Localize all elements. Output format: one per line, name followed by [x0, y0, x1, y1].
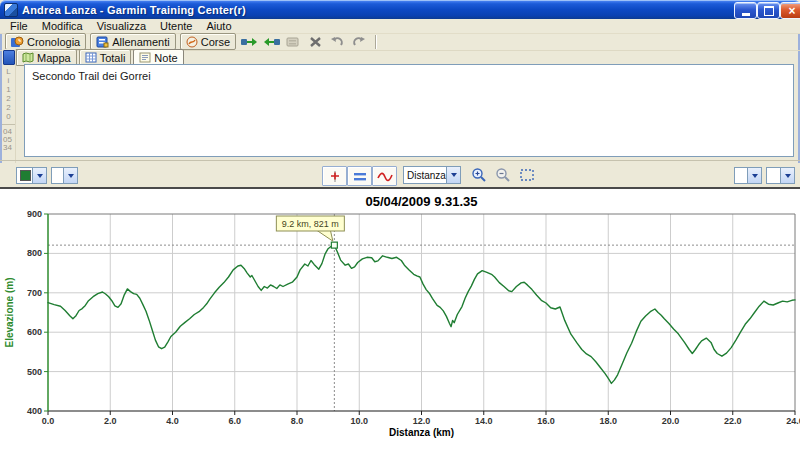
crosshair-marker-icon — [328, 170, 342, 183]
transfer-right-icon — [241, 36, 258, 48]
redo-button — [350, 34, 368, 49]
toolbar-separator — [375, 35, 376, 49]
undo-icon — [330, 36, 344, 48]
close-button[interactable]: × — [780, 2, 800, 19]
workouts-icon — [96, 36, 109, 48]
tab-totali-label: Totali — [100, 52, 126, 64]
y-tick-label: 400 — [27, 406, 42, 416]
tab-note-label: Note — [154, 52, 177, 64]
zoom-in-button[interactable] — [470, 166, 488, 184]
minimize-icon — [742, 13, 750, 16]
x-tick-label: 22.0 — [724, 416, 742, 426]
note-icon — [139, 52, 151, 63]
undo-button — [328, 34, 346, 49]
app-icon — [4, 3, 18, 17]
tab-bar: Mappa Totali Note — [16, 49, 184, 64]
series-color-combo[interactable] — [16, 167, 47, 184]
x-tick-label: 16.0 — [537, 416, 555, 426]
window-title: Andrea Lanza - Garmin Training Center(r) — [22, 4, 246, 16]
tooltip-pointer — [316, 230, 333, 241]
app-window: Andrea Lanza - Garmin Training Center(r)… — [0, 0, 800, 458]
tab-mappa-label: Mappa — [37, 52, 71, 64]
corse-button[interactable]: Corse — [180, 33, 236, 50]
y-axis-label: Elevazione (m) — [4, 277, 15, 347]
send-to-device-button[interactable] — [240, 34, 258, 49]
x-tick-label: 24.0 — [786, 416, 800, 426]
right-combo-2[interactable] — [766, 167, 795, 184]
clipped-line: 34 — [2, 144, 15, 152]
x-tick-label: 4.0 — [166, 416, 179, 426]
cronologia-button[interactable]: Cronologia — [5, 33, 86, 50]
minimize-button[interactable] — [734, 2, 757, 19]
right-combo-2-arrow — [780, 168, 794, 183]
restore-button[interactable] — [757, 2, 780, 19]
horizontal-lines-icon — [353, 170, 367, 183]
menu-file[interactable]: File — [3, 20, 35, 32]
menu-modifica[interactable]: Modifica — [35, 20, 90, 32]
zoom-out-button[interactable] — [494, 166, 512, 184]
panel-expand-icon[interactable] — [3, 50, 15, 65]
zoom-out-icon — [495, 167, 511, 183]
y-tick-label: 600 — [27, 327, 42, 337]
x-axis-label: Distanza (km) — [389, 427, 454, 438]
menu-visualizza[interactable]: Visualizza — [90, 20, 153, 32]
x-tick-label: 10.0 — [350, 416, 368, 426]
x-tick-label: 20.0 — [662, 416, 680, 426]
elevation-chart[interactable]: 0.02.04.06.08.010.012.014.016.018.020.02… — [0, 189, 800, 458]
menu-bar: File Modifica Visualizza Utente Aiuto — [0, 19, 800, 34]
secondary-combo-arrow — [63, 168, 77, 183]
x-tick-label: 12.0 — [413, 416, 431, 426]
right-combo-1-arrow — [747, 168, 761, 183]
export-icon — [286, 36, 300, 48]
delete-x-icon — [309, 36, 322, 48]
restore-icon — [764, 6, 774, 16]
x-tick-label: 18.0 — [599, 416, 617, 426]
chevron-down-icon — [37, 174, 43, 178]
point-tooltip-label: 9.2 km, 821 m — [282, 219, 339, 229]
chart-toolbar: Distanza — [0, 163, 800, 187]
title-bar[interactable]: Andrea Lanza - Garmin Training Center(r)… — [0, 0, 800, 19]
chart-title: 05/04/2009 9.31.35 — [365, 194, 477, 209]
wave-icon — [377, 170, 393, 183]
x-tick-label: 8.0 — [291, 416, 304, 426]
chart-panel: 0.02.04.06.08.010.012.014.016.018.020.02… — [0, 187, 800, 458]
right-combo-1[interactable] — [734, 167, 762, 184]
curve-toggle-button[interactable] — [372, 166, 397, 186]
map-icon — [22, 52, 34, 63]
chevron-down-icon — [785, 174, 791, 178]
notes-textarea[interactable]: Secondo Trail dei Gorrei — [24, 64, 794, 157]
x-tick-label: 2.0 — [104, 416, 117, 426]
series-color-swatch — [20, 170, 31, 181]
chevron-down-icon — [68, 174, 74, 178]
x-axis-combo[interactable]: Distanza — [403, 166, 461, 184]
x-axis-combo-value: Distanza — [404, 170, 446, 181]
secondary-series-combo[interactable] — [51, 167, 78, 184]
delete-button[interactable] — [306, 34, 324, 49]
splitter[interactable] — [0, 160, 800, 161]
history-icon — [11, 36, 24, 48]
selected-point-marker — [331, 242, 337, 248]
gridlines-toggle-button[interactable] — [347, 166, 372, 186]
chevron-down-icon — [451, 173, 457, 177]
zoom-fit-button[interactable] — [518, 166, 536, 184]
allenamenti-label: Allenamenti — [112, 36, 169, 48]
color-combo-arrow — [32, 168, 46, 183]
allenamenti-button[interactable]: Allenamenti — [90, 33, 175, 50]
export-button-disabled — [284, 34, 302, 49]
courses-icon — [186, 36, 198, 48]
clipped-vertical-text: Li1220 — [2, 67, 15, 121]
chevron-down-icon — [752, 174, 758, 178]
x-tick-label: 0.0 — [42, 416, 55, 426]
y-tick-label: 800 — [27, 248, 42, 258]
menu-utente[interactable]: Utente — [153, 20, 199, 32]
fit-extents-icon — [519, 167, 535, 183]
receive-from-device-button[interactable] — [262, 34, 280, 49]
corse-label: Corse — [201, 36, 230, 48]
x-tick-label: 6.0 — [228, 416, 241, 426]
marker-toggle-button[interactable] — [322, 166, 347, 186]
redo-icon — [352, 36, 366, 48]
transfer-left-icon — [263, 36, 280, 48]
menu-aiuto[interactable]: Aiuto — [199, 20, 238, 32]
notes-text: Secondo Trail dei Gorrei — [32, 70, 151, 82]
panel-divider — [2, 124, 15, 125]
